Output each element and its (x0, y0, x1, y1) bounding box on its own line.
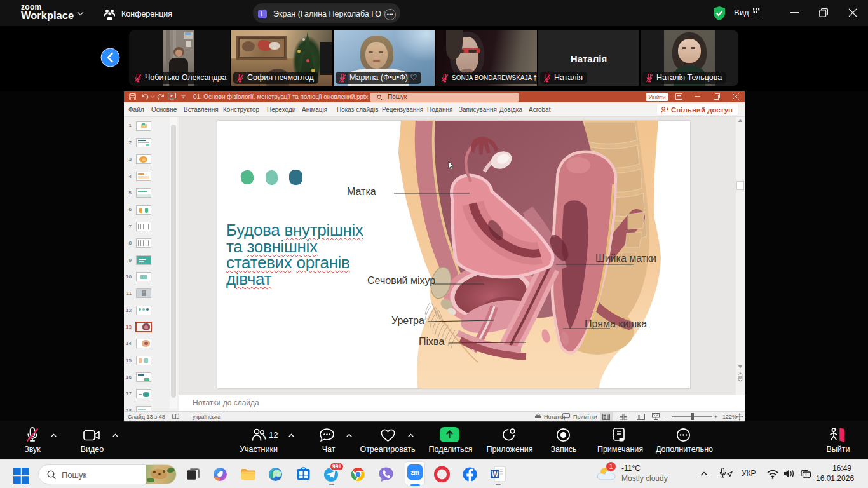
svg-text:W: W (492, 470, 499, 478)
svg-text:Матка: Матка (347, 186, 376, 197)
svg-text:Піхва: Піхва (419, 336, 444, 347)
svg-text:Пряма кишка: Пряма кишка (585, 318, 647, 329)
svg-text:zm: zm (410, 469, 419, 476)
svg-text:Шийка матки: Шийка матки (595, 253, 656, 264)
svg-text:Уретра: Уретра (391, 315, 424, 326)
